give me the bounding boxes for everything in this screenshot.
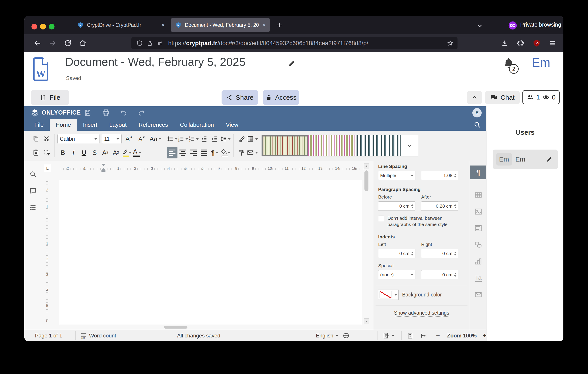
no-interval-checkbox[interactable] (378, 216, 384, 221)
forward-button[interactable] (48, 39, 56, 47)
bullet-list-button[interactable] (167, 133, 178, 145)
superscript-button[interactable]: A2 (100, 147, 111, 158)
bookmark-star-icon[interactable] (447, 40, 453, 47)
line-spacing-value-input[interactable]: 1.08 (421, 171, 458, 180)
shape-settings-tab[interactable] (470, 238, 486, 252)
decrease-font-size-button[interactable]: A▼ (137, 133, 147, 145)
permissions-sliders-icon[interactable] (157, 40, 163, 47)
redo-icon[interactable] (137, 109, 145, 117)
zoom-level-indicator[interactable]: Zoom 100% (447, 330, 477, 341)
macos-close-button[interactable] (32, 24, 37, 30)
extensions-puzzle-button[interactable] (517, 39, 525, 47)
indent-markers[interactable] (102, 164, 105, 172)
decrease-indent-button[interactable] (199, 133, 209, 145)
multilevel-list-button[interactable]: 1i (188, 133, 199, 145)
nonprinting-characters-button[interactable]: ¶ (209, 147, 220, 158)
align-left-button[interactable] (167, 147, 178, 158)
notifications-bell[interactable]: 2 (502, 56, 517, 74)
table-shading-button[interactable] (247, 133, 258, 145)
list-all-tabs-chevron-icon[interactable] (476, 22, 483, 29)
url-text[interactable]: https://cryptpad.fr/doc/#/3/doc/edit/ff0… (168, 40, 368, 47)
rename-pencil-icon[interactable] (288, 59, 296, 68)
show-advanced-settings-link[interactable]: Show advanced settings (373, 310, 470, 316)
horizontal-scroll-thumb[interactable] (164, 326, 188, 329)
bold-button[interactable]: B (57, 147, 68, 158)
account-menu-button[interactable]: Em (532, 55, 550, 70)
scroll-up-button[interactable] (364, 163, 369, 169)
style-preview[interactable] (355, 135, 401, 156)
menu-tab-collaboration[interactable]: Collaboration (174, 119, 220, 131)
select-all-button[interactable] (41, 147, 52, 158)
share-button[interactable]: Share (221, 90, 258, 105)
paragraph-settings-tab[interactable]: ¶ (470, 166, 486, 179)
mail-merge-button[interactable] (247, 147, 258, 158)
font-name-select[interactable]: Calibri (57, 134, 99, 144)
file-menu-button[interactable]: File (31, 90, 69, 105)
navigation-headings-icon[interactable] (29, 204, 37, 211)
vertical-ruler[interactable] (44, 180, 51, 325)
vertical-scrollbar[interactable] (364, 163, 369, 329)
line-spacing-button[interactable] (220, 133, 231, 145)
menu-tab-layout[interactable]: Layout (103, 119, 133, 131)
clear-style-button[interactable] (236, 133, 247, 145)
style-preview-selected[interactable] (262, 135, 308, 156)
horizontal-scrollbar[interactable] (24, 325, 369, 329)
tracking-protection-shield-icon[interactable] (136, 40, 143, 47)
tab-stop-selector[interactable]: L (44, 164, 51, 172)
mail-merge-settings-tab[interactable] (470, 288, 486, 301)
header-footer-settings-tab[interactable] (470, 221, 486, 235)
connection-lock-icon[interactable] (147, 40, 153, 47)
paste-button[interactable] (31, 147, 41, 158)
macos-minimize-button[interactable] (40, 24, 46, 30)
menu-tab-references[interactable]: References (133, 119, 174, 131)
change-case-button[interactable]: Aa (149, 133, 161, 145)
justify-button[interactable] (199, 147, 209, 158)
menu-tab-file[interactable]: File (28, 119, 50, 131)
style-preview[interactable] (308, 135, 355, 156)
editor-user-avatar[interactable]: E (472, 108, 482, 117)
font-color-button[interactable]: A (132, 147, 142, 158)
menu-tab-view[interactable]: View (220, 119, 244, 131)
zoom-out-button[interactable]: − (436, 330, 440, 341)
participants-indicator[interactable]: 1 0 (522, 90, 560, 104)
copy-button[interactable] (31, 133, 41, 145)
table-settings-tab[interactable] (470, 188, 486, 202)
editor-search-icon[interactable] (473, 121, 481, 128)
browser-tab-cryptdrive[interactable]: CryptDrive - CryptPad.fr × (73, 18, 169, 32)
scroll-down-button[interactable] (364, 318, 369, 324)
fit-width-button[interactable] (420, 330, 427, 341)
downloads-button[interactable] (501, 39, 509, 47)
underline-button[interactable]: U (79, 147, 89, 158)
macos-zoom-button[interactable] (49, 24, 54, 30)
align-center-button[interactable] (178, 147, 188, 158)
fit-page-button[interactable] (407, 330, 413, 341)
menu-tab-home[interactable]: Home (50, 119, 77, 131)
chart-settings-tab[interactable] (470, 255, 486, 268)
horizontal-ruler[interactable] (51, 163, 370, 174)
app-menu-hamburger-button[interactable] (548, 39, 556, 47)
reload-button[interactable] (64, 39, 72, 47)
new-tab-button[interactable]: + (277, 20, 282, 30)
home-button[interactable] (79, 39, 87, 47)
document-page[interactable] (59, 180, 362, 325)
language-selector[interactable]: English (316, 330, 349, 341)
indent-right-input[interactable]: 0 cm (421, 249, 458, 258)
indent-left-input[interactable]: 0 cm (378, 249, 415, 258)
line-spacing-select[interactable]: Multiple (378, 171, 415, 180)
strikeout-button[interactable]: S (89, 147, 100, 158)
special-indent-value-input[interactable]: 0 cm (421, 270, 458, 279)
comments-icon[interactable] (29, 187, 37, 195)
collapse-toolbar-button[interactable] (467, 91, 482, 104)
special-indent-select[interactable]: (none) (378, 270, 415, 279)
tab-close-icon[interactable]: × (158, 22, 169, 29)
font-size-select[interactable]: 11 (102, 134, 122, 144)
numbered-list-button[interactable]: 123 (178, 133, 188, 145)
tab-close-icon[interactable]: × (259, 22, 270, 29)
ublock-origin-button[interactable]: uO (533, 39, 541, 47)
print-icon[interactable] (102, 109, 110, 117)
style-gallery-expand-button[interactable] (401, 135, 418, 156)
background-color-picker[interactable] (378, 290, 399, 300)
align-right-button[interactable] (188, 147, 199, 158)
access-button[interactable]: Access (263, 90, 299, 105)
edit-name-pencil-icon[interactable] (546, 156, 553, 163)
